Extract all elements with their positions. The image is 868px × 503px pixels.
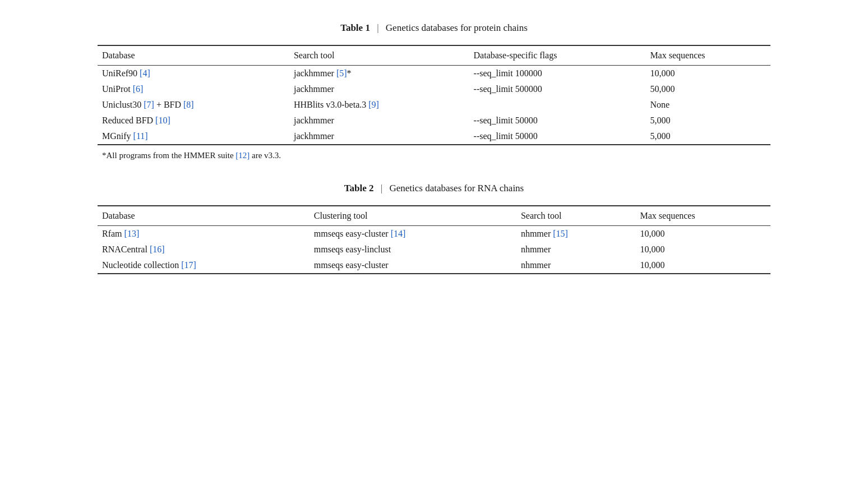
- table1-row4-database: Reduced BFD [10]: [98, 113, 289, 128]
- table2: Database Clustering tool Search tool Max…: [98, 205, 770, 274]
- table2-caption-text: Genetics databases for RNA chains: [389, 183, 524, 193]
- table-row: UniProt [6] jackhmmer --seq_limit 500000…: [98, 81, 770, 97]
- table1-header-row: Database Search tool Database-specific f…: [98, 45, 770, 66]
- table1-row5-search-tool: jackhmmer: [289, 128, 469, 145]
- table1-row2-search-tool: jackhmmer: [289, 81, 469, 97]
- table-row: MGnify [11] jackhmmer --seq_limit 50000 …: [98, 128, 770, 145]
- page-container: Table 1 | Genetics databases for protein…: [98, 22, 770, 297]
- table1-col-flags: Database-specific flags: [469, 45, 646, 66]
- table2-caption: Table 2 | Genetics databases for RNA cha…: [98, 183, 770, 194]
- table1-row2-database: UniProt [6]: [98, 81, 289, 97]
- table2-col-database: Database: [98, 206, 310, 226]
- table1-row2-flags: --seq_limit 500000: [469, 81, 646, 97]
- table2-row1-search-tool: nhmmer [15]: [516, 226, 636, 242]
- table1-row5-flags: --seq_limit 50000: [469, 128, 646, 145]
- table2-label: Table 2: [344, 183, 374, 193]
- ref-link-16[interactable]: [16]: [150, 244, 165, 254]
- ref-link-11[interactable]: [11]: [133, 131, 148, 141]
- table1-row3-flags: [469, 97, 646, 113]
- table1-row1-search-tool: jackhmmer [5]*: [289, 66, 469, 82]
- ref-link-13[interactable]: [13]: [124, 229, 140, 238]
- table2-row2-search-tool: nhmmer: [516, 242, 636, 257]
- table1-footnote: *All programs from the HMMER suite [12] …: [98, 151, 770, 160]
- ref-link-10[interactable]: [10]: [155, 116, 170, 125]
- table1-col-max-seq: Max sequences: [645, 45, 770, 66]
- table2-header-row: Database Clustering tool Search tool Max…: [98, 206, 770, 226]
- table1-section: Table 1 | Genetics databases for protein…: [98, 22, 770, 160]
- ref-link-17[interactable]: [17]: [181, 260, 196, 270]
- table-row: Nucleotide collection [17] mmseqs easy-c…: [98, 257, 770, 274]
- table2-section: Table 2 | Genetics databases for RNA cha…: [98, 183, 770, 274]
- table2-col-search-tool: Search tool: [516, 206, 636, 226]
- table1-pipe: |: [377, 22, 378, 33]
- table2-row3-clustering-tool: mmseqs easy-cluster: [310, 257, 516, 274]
- table2-col-clustering-tool: Clustering tool: [310, 206, 516, 226]
- table1-col-search-tool: Search tool: [289, 45, 469, 66]
- table-row: Reduced BFD [10] jackhmmer --seq_limit 5…: [98, 113, 770, 128]
- ref-link-8[interactable]: [8]: [183, 100, 194, 109]
- table1-row5-max-seq: 5,000: [645, 128, 770, 145]
- table2-row1-database: Rfam [13]: [98, 226, 310, 242]
- table-row: UniRef90 [4] jackhmmer [5]* --seq_limit …: [98, 66, 770, 82]
- table1-caption: Table 1 | Genetics databases for protein…: [98, 22, 770, 34]
- table1-row4-flags: --seq_limit 50000: [469, 113, 646, 128]
- table2-row2-database: RNACentral [16]: [98, 242, 310, 257]
- table2-row3-search-tool: nhmmer: [516, 257, 636, 274]
- table2-row3-database: Nucleotide collection [17]: [98, 257, 310, 274]
- table1-label: Table 1: [340, 22, 370, 33]
- table2-row3-max-seq: 10,000: [635, 257, 770, 274]
- table-row: Rfam [13] mmseqs easy-cluster [14] nhmme…: [98, 226, 770, 242]
- table1-row3-database: Uniclust30 [7] + BFD [8]: [98, 97, 289, 113]
- ref-link-14[interactable]: [14]: [391, 229, 406, 238]
- ref-link-7[interactable]: [7]: [144, 100, 154, 109]
- table1-row4-search-tool: jackhmmer: [289, 113, 469, 128]
- table2-row2-clustering-tool: mmseqs easy-linclust: [310, 242, 516, 257]
- ref-link-9[interactable]: [9]: [368, 100, 379, 109]
- table1-caption-text: Genetics databases for protein chains: [386, 22, 528, 33]
- table2-row2-max-seq: 10,000: [635, 242, 770, 257]
- table1-row3-search-tool: HHBlits v3.0-beta.3 [9]: [289, 97, 469, 113]
- ref-link-6[interactable]: [6]: [133, 84, 144, 94]
- table2-pipe: |: [381, 183, 382, 193]
- table1-row4-max-seq: 5,000: [645, 113, 770, 128]
- table1-row1-flags: --seq_limit 100000: [469, 66, 646, 82]
- table1-row5-database: MGnify [11]: [98, 128, 289, 145]
- table1-row1-database: UniRef90 [4]: [98, 66, 289, 82]
- table1-row2-max-seq: 50,000: [645, 81, 770, 97]
- table1: Database Search tool Database-specific f…: [98, 45, 770, 145]
- table1-row1-max-seq: 10,000: [645, 66, 770, 82]
- table1-col-database: Database: [98, 45, 289, 66]
- ref-link-4[interactable]: [4]: [140, 68, 150, 78]
- table-row: RNACentral [16] mmseqs easy-linclust nhm…: [98, 242, 770, 257]
- ref-link-15[interactable]: [15]: [553, 229, 568, 238]
- table2-row1-max-seq: 10,000: [635, 226, 770, 242]
- table-row: Uniclust30 [7] + BFD [8] HHBlits v3.0-be…: [98, 97, 770, 113]
- table1-row3-max-seq: None: [645, 97, 770, 113]
- table2-col-max-seq: Max sequences: [635, 206, 770, 226]
- ref-link-12[interactable]: [12]: [236, 151, 250, 160]
- table2-row1-clustering-tool: mmseqs easy-cluster [14]: [310, 226, 516, 242]
- ref-link-5[interactable]: [5]: [336, 68, 347, 78]
